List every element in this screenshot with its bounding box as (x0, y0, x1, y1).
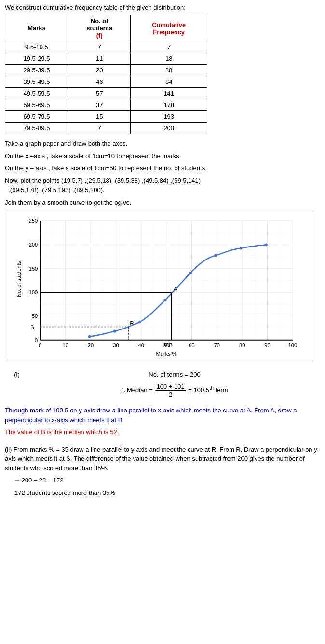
svg-text:250: 250 (29, 218, 38, 224)
col-marks: Marks (5, 15, 68, 41)
part-i-answer: The value of B is the median which is 52… (5, 427, 320, 437)
part-i-explanation: Through mark of 100.5 on y-axis draw a l… (5, 406, 320, 425)
svg-point-56 (240, 247, 243, 249)
instruction-4: Now, plot the points (19.5,7) ,(29.5,18)… (5, 176, 320, 195)
instruction-2: On the x –axis , take a scale of 1cm=10 … (5, 151, 320, 161)
frequency-table: Marks No. ofstudents(f) CumulativeFreque… (5, 15, 207, 134)
part-ii-calc: ⇒ 200 – 23 = 172 (14, 476, 320, 485)
svg-text:70: 70 (214, 343, 220, 348)
x-axis-label: Marks % (156, 351, 177, 356)
svg-text:80: 80 (239, 343, 245, 348)
table-row: 29.5-39.52038 (5, 65, 207, 76)
part-i-table: (i) No. of terms = 200 ∴ Median = 100 + … (5, 369, 320, 401)
data-points (88, 243, 268, 338)
svg-text:0: 0 (39, 343, 41, 348)
svg-point-51 (113, 330, 116, 333)
point-r-label: R (130, 320, 134, 326)
svg-text:50: 50 (32, 313, 38, 319)
col-cumfreq: CumulativeFrequency (131, 15, 207, 41)
point-s-label: S (30, 324, 34, 330)
svg-point-50 (88, 335, 91, 338)
svg-point-53 (163, 299, 166, 301)
svg-point-55 (214, 254, 217, 257)
svg-point-57 (265, 243, 268, 246)
part-ii-conclusion: 172 students scored more than 35% (14, 488, 320, 498)
point-b-axis: B (164, 342, 168, 347)
instruction-5: Join them by a smooth curve to get the o… (5, 198, 320, 207)
svg-text:150: 150 (29, 266, 38, 272)
svg-text:20: 20 (88, 343, 94, 348)
part-ii-section: (ii) From marks % = 35 draw a line paral… (5, 445, 320, 498)
arrow-symbol: ⇒ (14, 477, 20, 484)
instruction-3: On the y – axis , take a scale of 1cm=50… (5, 164, 320, 173)
instruction-1: Take a graph paper and draw both the axe… (5, 139, 320, 149)
fraction-denominator: 2 (168, 391, 173, 398)
table-row: 49.5-59.557141 (5, 88, 207, 99)
svg-point-52 (138, 320, 141, 323)
table-row: 59.5-69.537178 (5, 99, 207, 111)
table-row: 79.5-89.57200 (5, 123, 207, 134)
intro-text: We construct cumulative frequency table … (5, 4, 320, 11)
svg-text:100: 100 (288, 343, 297, 348)
svg-text:0: 0 (35, 337, 38, 343)
graph-container: 0 10 20 30 40 50 60 70 80 90 100 0 50 10… (5, 212, 313, 361)
col-students: No. ofstudents(f) (68, 15, 131, 41)
svg-text:90: 90 (264, 343, 270, 348)
ogive-chart: 0 10 20 30 40 50 60 70 80 90 100 0 50 10… (9, 216, 309, 357)
svg-text:10: 10 (63, 343, 68, 348)
svg-text:100: 100 (29, 289, 38, 295)
point-a-label: A (174, 286, 177, 291)
point-b-label: B (169, 343, 172, 348)
table-row: 69.5-79.515193 (5, 111, 207, 123)
median-result: = 100.5th term (188, 386, 228, 394)
table-row: 19.5-29.51118 (5, 53, 207, 65)
y-axis-label: No. of students (16, 261, 22, 297)
svg-text:30: 30 (113, 343, 119, 348)
fraction-numerator: 100 + 101 (155, 383, 185, 391)
part-i-section: (i) No. of terms = 200 ∴ Median = 100 + … (5, 369, 320, 437)
table-row: 9.5-19.577 (5, 41, 207, 53)
part-ii-text: (ii) From marks % = 35 draw a line paral… (5, 445, 320, 473)
median-fraction: 100 + 101 2 (155, 383, 185, 398)
svg-text:200: 200 (29, 242, 38, 247)
part-i-label: (i) (14, 371, 20, 378)
svg-point-54 (189, 272, 192, 274)
svg-text:40: 40 (138, 343, 144, 348)
median-prefix: ∴ Median = (121, 386, 154, 394)
terms-text: No. of terms = 200 (149, 371, 200, 378)
svg-text:60: 60 (189, 343, 194, 348)
table-row: 39.5-49.54684 (5, 76, 207, 88)
